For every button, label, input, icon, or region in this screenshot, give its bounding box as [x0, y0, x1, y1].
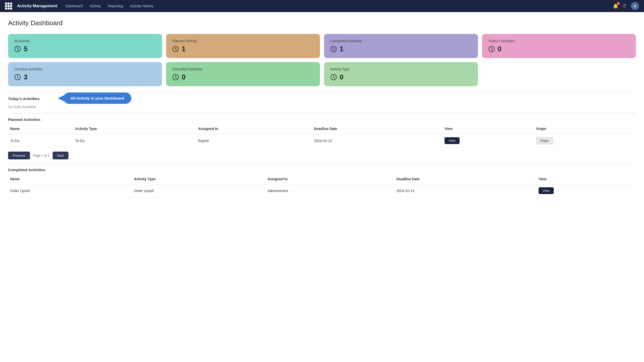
app-name: Activity Management — [17, 4, 57, 8]
page-title: Activity Dashboard — [8, 19, 636, 27]
clock-icon-overdue — [14, 74, 21, 81]
top-navigation: Activity Management Dashboard Activity R… — [0, 0, 644, 12]
card-cancelled-activities-value: 0 — [172, 73, 186, 81]
clock-icon-cancelled — [172, 74, 179, 81]
tooltip-bubble[interactable]: All Activity in your Dashboard — [63, 93, 131, 104]
clock-icon-all — [14, 46, 21, 53]
card-todays-activities[interactable]: Today's Activities 0 — [482, 34, 636, 58]
svg-line-8 — [334, 49, 335, 50]
card-todays-activities-value: 0 — [488, 45, 502, 53]
nav-activity-history[interactable]: Activity History — [130, 3, 154, 9]
completed-activities-heading: Completed Activities — [8, 163, 636, 174]
card-todays-activities-label: Today's Activities — [488, 39, 514, 43]
completed-col-name: Name — [8, 174, 132, 184]
planned-col-view: View — [442, 124, 534, 134]
clock-icon-todays — [488, 46, 495, 53]
notification-badge: 3 — [617, 2, 620, 5]
tooltip-text: All Activity in your Dashboard — [70, 96, 124, 100]
empty-row2-col4 — [482, 62, 636, 86]
notification-bell-icon[interactable]: 🔔 3 — [613, 3, 618, 9]
completed-row-type: Order Upsell — [132, 184, 265, 197]
completed-col-assigned: Assigned to — [265, 174, 394, 184]
completed-view-button[interactable]: View — [539, 187, 554, 194]
card-completed-activities-value: 1 — [330, 45, 344, 53]
svg-line-5 — [176, 49, 177, 50]
planned-row-view-cell: View — [442, 134, 534, 148]
tooltip-arrow — [58, 95, 64, 101]
planned-col-deadline: Deadline Date — [312, 124, 443, 134]
planned-row-assigned: Rajesh — [196, 134, 312, 148]
planned-col-origin: Origin — [534, 124, 636, 134]
completed-activities-table: Name Activity Type Assigned to Deadline … — [8, 174, 636, 197]
planned-row-origin-cell: Origin — [534, 134, 636, 148]
card-activity-type[interactable]: Activity Type 0 — [324, 62, 478, 86]
grid-menu-icon[interactable] — [5, 3, 12, 10]
planned-row-name: To-Do — [8, 134, 73, 148]
stats-cards-grid: All Activity 5 Planned Activity 1 — [8, 34, 636, 86]
completed-table-row: Order Upsell Order Upsell Administrator … — [8, 184, 636, 197]
card-all-activity[interactable]: All Activity 5 — [8, 34, 162, 58]
planned-row-deadline: 2024-10-13 — [312, 134, 443, 148]
todays-activities-no-data: No Data Available — [8, 103, 636, 113]
completed-row-view-cell: View — [537, 184, 636, 197]
completed-col-view: View — [537, 174, 636, 184]
card-overdue-activities-label: Overdue Activities — [14, 67, 42, 71]
card-all-activity-label: All Activity — [14, 39, 30, 43]
svg-line-17 — [176, 77, 177, 78]
card-all-activity-value: 5 — [14, 45, 28, 53]
planned-pagination: Previous Page 1 of 1 Next — [8, 148, 636, 163]
clock-icon-planned — [172, 46, 179, 53]
completed-row-name: Order Upsell — [8, 184, 132, 197]
completed-row-assigned: Administrator — [265, 184, 394, 197]
previous-button[interactable]: Previous — [8, 152, 30, 159]
planned-table-row: To-Do To-Do Rajesh 2024-10-13 View Origi… — [8, 134, 636, 148]
svg-line-2 — [18, 49, 19, 50]
nav-activity[interactable]: Activity — [89, 3, 101, 9]
clock-icon-type — [330, 74, 337, 81]
clock-icon-completed — [330, 46, 337, 53]
card-cancelled-activities[interactable]: Cancelled Activities 0 — [166, 62, 320, 86]
completed-col-type: Activity Type — [132, 174, 265, 184]
card-overdue-activities-value: 3 — [14, 73, 28, 81]
card-completed-activities-label: Completed Activities — [330, 39, 362, 43]
completed-col-deadline: Deadline Date — [394, 174, 537, 184]
card-planned-activity-value: 1 — [172, 45, 186, 53]
planned-col-type: Activity Type — [73, 124, 196, 134]
svg-line-11 — [492, 49, 493, 50]
card-planned-activity-label: Planned Activity — [172, 39, 197, 43]
card-overdue-activities[interactable]: Overdue Activities 3 — [8, 62, 162, 86]
main-content: Activity Dashboard All Activity 5 Planne… — [0, 12, 644, 362]
planned-origin-button[interactable]: Origin — [536, 137, 553, 144]
user-avatar[interactable]: A — [631, 2, 639, 10]
page-info: Page 1 of 1 — [33, 154, 50, 157]
clock-nav-icon[interactable]: ⏱ — [622, 4, 627, 9]
card-planned-activity[interactable]: Planned Activity 1 — [166, 34, 320, 58]
card-activity-type-label: Activity Type — [330, 67, 350, 71]
nav-reporting[interactable]: Reporting — [107, 3, 124, 9]
planned-activities-heading: Planned Activities — [8, 113, 636, 124]
planned-row-type: To-Do — [73, 134, 196, 148]
nav-right-actions: 🔔 3 ⏱ A — [613, 2, 639, 10]
planned-col-assigned: Assigned to — [196, 124, 312, 134]
card-overdue-wrapper: Overdue Activities 3 All Activity in you… — [8, 62, 162, 86]
nav-dashboard[interactable]: Dashboard — [65, 3, 83, 9]
card-activity-type-value: 0 — [330, 73, 344, 81]
planned-col-name: Name — [8, 124, 73, 134]
card-completed-activities[interactable]: Completed Activities 1 — [324, 34, 478, 58]
planned-activities-table: Name Activity Type Assigned to Deadline … — [8, 124, 636, 148]
completed-row-deadline: 2024-10-13 — [394, 184, 537, 197]
svg-line-20 — [334, 77, 335, 78]
planned-view-button[interactable]: View — [445, 137, 460, 144]
nav-menu: Dashboard Activity Reporting Activity Hi… — [65, 3, 154, 9]
svg-line-14 — [18, 77, 19, 78]
next-button[interactable]: Next — [53, 152, 68, 159]
card-cancelled-activities-label: Cancelled Activities — [172, 67, 203, 71]
